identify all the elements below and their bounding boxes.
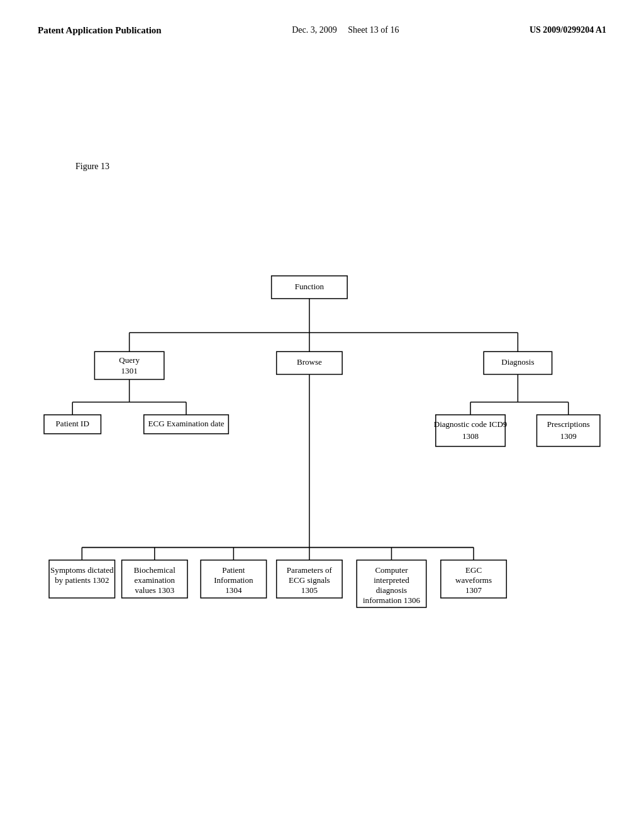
publication-date: Dec. 3, 2009 — [292, 25, 337, 35]
biochem-label2: examination — [135, 575, 175, 585]
ecg-waveforms-label2: waveforms — [455, 575, 492, 585]
ecg-params-label1: Parameters of — [287, 565, 333, 575]
diag-code-label2: 1308 — [462, 431, 479, 441]
prescriptions-label1: Prescriptions — [547, 419, 590, 429]
publication-title: Patent Application Publication — [38, 25, 162, 36]
query-label: Query — [119, 355, 140, 365]
patient-info-label3: 1304 — [225, 585, 242, 595]
patient-info-label1: Patient — [222, 565, 245, 575]
computer-diag-label1: Computer — [375, 565, 408, 575]
patient-info-label2: Information — [214, 575, 253, 585]
browse-label: Browse — [297, 357, 322, 367]
ecg-waveforms-label3: 1307 — [465, 585, 482, 595]
biochem-label1: Biochemical — [134, 565, 175, 575]
computer-diag-label4: information 1306 — [363, 595, 420, 605]
patient-id-label: Patient ID — [56, 419, 89, 428]
computer-diag-label2: interpreted — [374, 575, 409, 585]
diagnosis-label: Diagnosis — [501, 357, 534, 367]
page: Patent Application Publication Dec. 3, 2… — [0, 0, 644, 830]
ecg-params-label3: 1305 — [301, 585, 318, 595]
patent-number: US 2009/0299204 A1 — [530, 25, 606, 35]
header: Patent Application Publication Dec. 3, 2… — [38, 25, 606, 36]
function-label: Function — [295, 282, 325, 291]
query-id: 1301 — [121, 366, 138, 375]
sheet-info: Sheet 13 of 16 — [348, 25, 399, 35]
header-center: Dec. 3, 2009 Sheet 13 of 16 — [292, 25, 399, 35]
symptoms-label2: by patients 1302 — [55, 575, 109, 585]
symptoms-label1: Symptoms dictated — [50, 565, 114, 575]
ecg-date-label: ECG Examination date — [148, 419, 225, 428]
computer-diag-label3: diagnosis — [376, 585, 407, 595]
diagram-svg: Function Query 1301 Browse Diagnosis — [38, 214, 606, 704]
biochem-label3: values 1303 — [135, 585, 174, 595]
prescriptions-label2: 1309 — [560, 431, 577, 441]
ecg-params-label2: ECG signals — [289, 575, 330, 585]
figure-label: Figure 13 — [75, 162, 606, 172]
diag-code-label1: Diagnostic code ICD9 — [434, 419, 508, 429]
ecg-waveforms-label1: EGC — [465, 565, 482, 575]
diagram-container: Function Query 1301 Browse Diagnosis — [38, 214, 606, 704]
